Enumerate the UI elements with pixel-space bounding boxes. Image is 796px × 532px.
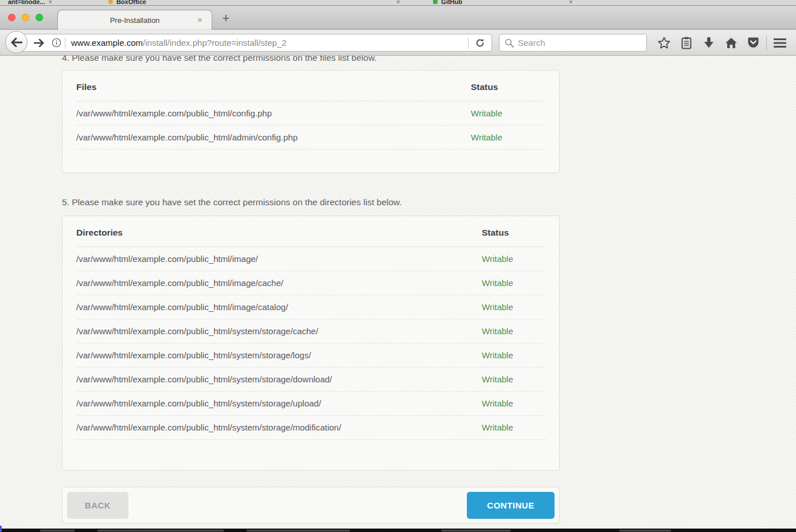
directory-path: /var/www/html/example.com/public_html/im… bbox=[76, 302, 482, 312]
window-controls bbox=[8, 14, 43, 21]
toolbar-icons bbox=[653, 30, 791, 56]
table-row: /var/www/html/example.com/public_html/im… bbox=[76, 295, 545, 319]
table-row: /var/www/html/example.com/public_html/sy… bbox=[76, 343, 545, 367]
reading-list-button[interactable] bbox=[675, 30, 697, 56]
back-arrow-icon bbox=[11, 38, 22, 47]
background-window-bottom-strip bbox=[0, 529, 796, 532]
directory-path: /var/www/html/example.com/public_html/im… bbox=[76, 278, 482, 288]
forward-button[interactable] bbox=[30, 39, 48, 47]
table-row: /var/www/html/example.com/public_html/im… bbox=[76, 247, 545, 271]
page-viewport: 4. Please make sure you have set the cor… bbox=[0, 56, 796, 529]
status-value: Writable bbox=[482, 302, 545, 312]
bookmark-star-button[interactable] bbox=[653, 30, 675, 56]
status-value: Writable bbox=[482, 374, 545, 384]
status-value: Writable bbox=[482, 423, 545, 432]
back-button[interactable] bbox=[5, 31, 28, 53]
background-window-edge bbox=[0, 526, 2, 532]
close-icon: × bbox=[48, 0, 52, 5]
table-row: /var/www/html/example.com/public_html/sy… bbox=[76, 367, 545, 392]
background-tab-title: BoxOffice bbox=[116, 0, 146, 5]
minimize-window-button[interactable] bbox=[22, 14, 29, 21]
pocket-button[interactable] bbox=[742, 30, 764, 56]
table-row: /var/www/html/example.com/public_html/sy… bbox=[76, 416, 545, 440]
new-tab-button[interactable]: + bbox=[218, 10, 234, 26]
file-path: /var/www/html/example.com/public_html/ad… bbox=[76, 132, 471, 142]
menu-button[interactable] bbox=[768, 30, 791, 56]
table-row: /var/www/html/example.com/public_html/sy… bbox=[76, 319, 545, 343]
files-panel: Files Status /var/www/html/example.com/p… bbox=[62, 70, 560, 173]
reload-button[interactable] bbox=[469, 38, 491, 48]
status-value: Writable bbox=[482, 326, 545, 336]
directories-panel: Directories Status /var/www/html/example… bbox=[62, 216, 560, 471]
favicon-icon bbox=[108, 0, 113, 4]
status-value: Writable bbox=[482, 278, 545, 288]
url-path: /install/index.php?route=install/step_2 bbox=[143, 38, 287, 48]
step-4-heading: 4. Please make sure you have set the cor… bbox=[62, 56, 560, 64]
zoom-window-button[interactable] bbox=[36, 14, 43, 21]
status-value: Writable bbox=[482, 398, 545, 408]
buttons-panel: BACK CONTINUE bbox=[62, 487, 560, 523]
background-tab-title: ant=linode... bbox=[8, 0, 45, 5]
tab-close-icon[interactable]: × bbox=[197, 15, 202, 25]
directories-table-header: Directories Status bbox=[76, 216, 545, 247]
url-bar[interactable]: www.example.com/install/index.php?route=… bbox=[16, 34, 492, 52]
tab-bar: Pre-Installation × + bbox=[0, 6, 796, 30]
status-value: Writable bbox=[471, 132, 545, 142]
tab-pre-installation[interactable]: Pre-Installation × bbox=[57, 10, 212, 30]
pocket-icon bbox=[747, 37, 759, 49]
reload-icon bbox=[475, 38, 485, 48]
favicon-icon bbox=[433, 0, 438, 4]
continue-button[interactable]: CONTINUE bbox=[467, 492, 555, 519]
url-text[interactable]: www.example.com/install/index.php?route=… bbox=[65, 38, 468, 48]
close-icon: × bbox=[396, 0, 400, 5]
navigation-toolbar: www.example.com/install/index.php?route=… bbox=[0, 30, 796, 56]
status-column-header: Status bbox=[482, 228, 545, 238]
background-tab: BoxOffice × bbox=[100, 0, 408, 5]
search-icon bbox=[505, 38, 514, 48]
files-column-header: Files bbox=[76, 82, 471, 92]
clipboard-icon bbox=[681, 37, 692, 49]
status-value: Writable bbox=[471, 108, 545, 118]
browser-window: Pre-Installation × + www.example.com/ins… bbox=[0, 6, 796, 56]
directory-path: /var/www/html/example.com/public_html/sy… bbox=[76, 423, 482, 432]
background-window-strip: ant=linode... × BoxOffice × GitHub × bbox=[0, 0, 796, 6]
search-bar[interactable] bbox=[499, 34, 647, 52]
step-5-heading: 5. Please make sure you have set the cor… bbox=[62, 196, 560, 208]
background-tab-title: GitHub bbox=[441, 0, 462, 5]
search-input[interactable] bbox=[518, 38, 641, 48]
home-button[interactable] bbox=[720, 30, 742, 56]
status-column-header: Status bbox=[471, 82, 545, 92]
directory-path: /var/www/html/example.com/public_html/sy… bbox=[76, 326, 482, 336]
table-row: /var/www/html/example.com/public_html/im… bbox=[76, 271, 545, 295]
close-icon: × bbox=[569, 0, 572, 5]
info-icon bbox=[52, 38, 61, 48]
close-window-button[interactable] bbox=[8, 14, 15, 21]
star-icon bbox=[658, 37, 670, 49]
background-tab: GitHub × bbox=[425, 0, 580, 5]
table-row: /var/www/html/example.com/public_html/ad… bbox=[76, 126, 545, 150]
status-value: Writable bbox=[482, 254, 545, 264]
back-step-button[interactable]: BACK bbox=[67, 492, 128, 519]
download-arrow-icon bbox=[704, 37, 714, 49]
home-icon bbox=[725, 37, 738, 49]
background-tab: ant=linode... × bbox=[0, 0, 60, 5]
directory-path: /var/www/html/example.com/public_html/sy… bbox=[76, 398, 482, 408]
file-path: /var/www/html/example.com/public_html/co… bbox=[76, 108, 471, 118]
url-domain: www.example.com bbox=[71, 38, 143, 48]
directory-path: /var/www/html/example.com/public_html/sy… bbox=[76, 374, 482, 384]
forward-arrow-icon bbox=[34, 39, 44, 47]
divider bbox=[766, 36, 767, 50]
tab-title: Pre-Installation bbox=[110, 16, 160, 25]
files-table-header: Files Status bbox=[76, 71, 545, 101]
downloads-button[interactable] bbox=[697, 30, 720, 56]
directory-path: /var/www/html/example.com/public_html/sy… bbox=[76, 350, 482, 360]
hamburger-menu-icon bbox=[774, 38, 786, 48]
site-info-button[interactable] bbox=[48, 38, 65, 48]
directory-path: /var/www/html/example.com/public_html/im… bbox=[76, 254, 482, 264]
status-value: Writable bbox=[482, 350, 545, 360]
directories-column-header: Directories bbox=[76, 228, 482, 238]
table-row: /var/www/html/example.com/public_html/co… bbox=[76, 101, 545, 126]
table-row: /var/www/html/example.com/public_html/sy… bbox=[76, 392, 545, 416]
